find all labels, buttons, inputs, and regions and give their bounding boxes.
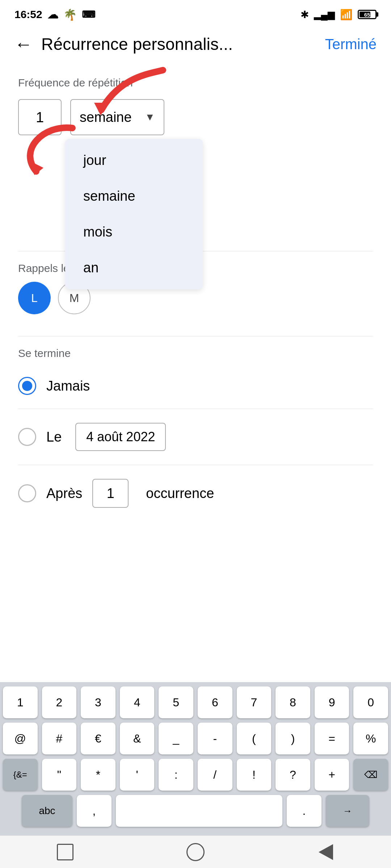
key-plus[interactable]: +: [315, 759, 349, 791]
status-left: 16:52 ☁ 🌴 ⌨: [14, 8, 96, 21]
keyboard-row-numbers: 1 2 3 4 5 6 7 8 9 0: [3, 686, 388, 718]
frequency-row: 1 semaine ▼: [18, 99, 373, 135]
key-period[interactable]: .: [287, 795, 321, 827]
key-apostrophe[interactable]: ': [120, 759, 155, 791]
chevron-down-icon: ▼: [145, 111, 155, 123]
date-input[interactable]: 4 août 2022: [75, 423, 166, 451]
option-le-row: Le 4 août 2022: [18, 413, 373, 461]
key-2[interactable]: 2: [42, 686, 77, 718]
key-colon[interactable]: :: [159, 759, 193, 791]
se-termine-label: Se termine: [18, 347, 373, 359]
battery-icon: 65: [358, 10, 377, 19]
key-symbols-switch[interactable]: {&=: [3, 759, 38, 791]
status-right: ✱ ▂▄▆ 📶 65: [300, 9, 377, 21]
occurrence-input[interactable]: 1: [92, 479, 129, 508]
frequency-label: Fréquence de répétition: [18, 77, 373, 89]
key-asterisk[interactable]: *: [81, 759, 115, 791]
label-apres: Après: [46, 486, 82, 501]
key-question[interactable]: ?: [276, 759, 310, 791]
cloud-icon: ☁: [47, 8, 58, 21]
key-backspace[interactable]: ⌫: [353, 759, 388, 791]
se-termine-section: Se termine Jamais Le 4 août 2022 Après 1…: [18, 340, 373, 525]
key-7[interactable]: 7: [237, 686, 272, 718]
back-icon: [319, 844, 333, 860]
frequency-area: 1 semaine ▼ jour semaine mois an: [18, 99, 373, 135]
key-5[interactable]: 5: [159, 686, 193, 718]
notification-icon: 🌴: [63, 8, 77, 21]
key-euro[interactable]: €: [81, 723, 115, 754]
status-time: 16:52: [14, 8, 42, 21]
frequency-dropdown-menu: jour semaine mois an: [65, 139, 203, 289]
key-6[interactable]: 6: [198, 686, 232, 718]
keyboard-row-symbols1: @ # € & _ - ( ) = %: [3, 723, 388, 754]
keyboard: 1 2 3 4 5 6 7 8 9 0 @ # € & _ - ( ) = % …: [0, 682, 391, 835]
key-enter[interactable]: →: [326, 795, 369, 827]
label-jamais: Jamais: [46, 378, 90, 394]
app-bar: ← Récurrence personnalis... Terminé: [0, 26, 391, 62]
key-4[interactable]: 4: [120, 686, 155, 718]
frequency-dropdown[interactable]: semaine ▼: [70, 99, 164, 135]
dropdown-item-an[interactable]: an: [65, 250, 203, 286]
key-quote[interactable]: ": [42, 759, 77, 791]
key-ampersand[interactable]: &: [120, 723, 155, 754]
key-hash[interactable]: #: [42, 723, 77, 754]
key-at[interactable]: @: [3, 723, 38, 754]
home-icon: [186, 843, 205, 861]
day-L[interactable]: L: [18, 282, 51, 314]
key-9[interactable]: 9: [315, 686, 349, 718]
key-3[interactable]: 3: [81, 686, 115, 718]
signal-icon: ▂▄▆: [314, 9, 335, 20]
nav-recents-button[interactable]: [51, 841, 80, 863]
keyboard-row-symbols2: {&= " * ' : / ! ? + ⌫: [3, 759, 388, 791]
back-button[interactable]: ←: [14, 34, 33, 55]
frequency-number-input[interactable]: 1: [18, 99, 62, 135]
divider-4: [18, 465, 373, 465]
dropdown-selected-value: semaine: [80, 110, 132, 125]
dropdown-item-semaine[interactable]: semaine: [65, 178, 203, 214]
page-title: Récurrence personnalis...: [41, 34, 325, 54]
divider-3: [18, 409, 373, 409]
key-8[interactable]: 8: [276, 686, 310, 718]
radio-jamais[interactable]: [18, 377, 36, 395]
key-closeparen[interactable]: ): [276, 723, 310, 754]
key-minus[interactable]: -: [198, 723, 232, 754]
label-le: Le: [46, 429, 62, 445]
svg-marker-0: [29, 161, 43, 175]
option-apres-row: Après 1 occurrence: [18, 469, 373, 518]
done-button[interactable]: Terminé: [325, 36, 377, 52]
key-underscore[interactable]: _: [159, 723, 193, 754]
status-bar: 16:52 ☁ 🌴 ⌨ ✱ ▂▄▆ 📶 65: [0, 0, 391, 26]
bluetooth-icon: ✱: [300, 9, 309, 21]
dropdown-item-jour[interactable]: jour: [65, 142, 203, 178]
key-openparen[interactable]: (: [237, 723, 272, 754]
keyboard-icon: ⌨: [82, 9, 96, 20]
option-jamais-row: Jamais: [18, 367, 373, 405]
key-abc[interactable]: abc: [22, 795, 72, 827]
divider-2: [18, 336, 373, 336]
main-content: Fréquence de répétition 1 semaine ▼: [0, 62, 391, 525]
nav-back-button[interactable]: [311, 841, 340, 863]
keyboard-row-bottom: abc , . →: [3, 795, 388, 827]
occurrence-suffix: occurrence: [146, 486, 214, 501]
key-0[interactable]: 0: [353, 686, 388, 718]
key-slash[interactable]: /: [198, 759, 232, 791]
recents-icon: [57, 844, 73, 860]
radio-le[interactable]: [18, 428, 36, 446]
radio-apres[interactable]: [18, 484, 36, 502]
key-1[interactable]: 1: [3, 686, 38, 718]
key-equals[interactable]: =: [315, 723, 349, 754]
navigation-bar: [0, 835, 391, 868]
dropdown-item-mois[interactable]: mois: [65, 214, 203, 250]
key-percent[interactable]: %: [353, 723, 388, 754]
nav-home-button[interactable]: [181, 841, 210, 863]
key-space[interactable]: [116, 795, 282, 827]
key-exclamation[interactable]: !: [237, 759, 272, 791]
wifi-icon: 📶: [340, 9, 353, 21]
key-comma[interactable]: ,: [77, 795, 112, 827]
